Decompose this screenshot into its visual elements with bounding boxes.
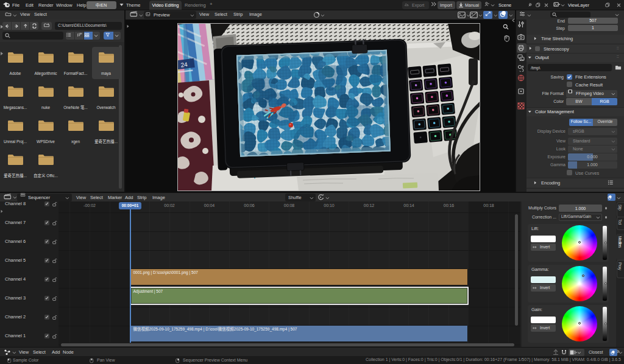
svg-text:24: 24 [180, 61, 188, 68]
